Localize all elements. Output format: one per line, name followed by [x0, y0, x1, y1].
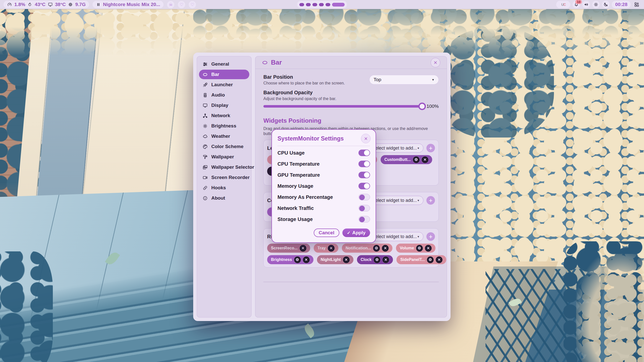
sidebar-item-brightness[interactable]: Brightness — [199, 121, 249, 131]
close-icon — [384, 257, 387, 262]
grid-plus-icon — [634, 2, 639, 7]
opacity-slider-thumb[interactable] — [418, 103, 426, 110]
skull-button[interactable] — [167, 1, 174, 8]
memory-value: 9.7G — [75, 2, 86, 7]
sidebar-item-network[interactable]: Network — [199, 111, 249, 120]
add-widget-dropdown[interactable]: Select widget to add... — [369, 232, 423, 241]
toggle-row-cpu-temperature: CPU Temperature — [277, 160, 370, 168]
widget-chip-screenrecorder[interactable]: ScreenReco... — [267, 244, 310, 253]
gauge-icon — [7, 2, 12, 7]
sidebar-item-about[interactable]: About — [199, 193, 249, 203]
page-title: Bar — [271, 59, 282, 66]
add-widget-placeholder: Select widget to add... — [372, 234, 417, 239]
apply-button[interactable]: Apply — [342, 229, 370, 237]
sidebar-item-weather[interactable]: Weather — [199, 131, 249, 141]
workspace-active-pill[interactable] — [332, 3, 345, 7]
widget-chip-sidepanel[interactable]: SidePanelT... — [396, 255, 446, 264]
widget-settings-button[interactable] — [373, 245, 380, 252]
widget-remove-button[interactable] — [300, 245, 306, 252]
gear-icon — [415, 157, 418, 162]
widget-remove-button[interactable] — [436, 256, 442, 263]
add-widget-button[interactable] — [426, 232, 435, 241]
tray-app-button[interactable]: UC — [556, 1, 570, 8]
cancel-button[interactable]: Cancel — [314, 229, 339, 237]
workspace-dot[interactable] — [326, 3, 330, 6]
system-stats-pill[interactable]: 1.8% 43°C 38°C 9.7G — [4, 1, 89, 8]
volume-button[interactable] — [582, 1, 590, 8]
dialog-close-button[interactable] — [361, 134, 371, 143]
sidebar-item-label: Display — [211, 103, 228, 108]
widget-settings-button[interactable] — [416, 245, 423, 252]
sidebar-item-wallpaper-selector[interactable]: Wallpaper Selector — [199, 162, 249, 172]
sidebar-item-launcher[interactable]: Launcher — [199, 80, 249, 89]
widget-settings-button[interactable] — [294, 256, 301, 263]
toggle-label: CPU Temperature — [277, 161, 319, 167]
widget-chip-clock[interactable]: Clock — [357, 255, 393, 264]
sidebar-item-bar[interactable]: Bar — [199, 70, 249, 79]
cloud-icon — [203, 134, 208, 139]
sidebar-item-screen-recorder[interactable]: Screen Recorder — [199, 173, 249, 182]
add-widget-dropdown[interactable]: Select widget to add... — [369, 144, 423, 153]
sidebar-item-hooks[interactable]: Hooks — [199, 183, 249, 193]
workspace-dot[interactable] — [319, 3, 324, 6]
widget-chip-tray[interactable]: Tray — [314, 244, 338, 253]
widget-settings-button[interactable] — [413, 156, 420, 163]
heart-button[interactable] — [189, 1, 196, 8]
widget-remove-button[interactable] — [343, 256, 350, 263]
workspace-dot[interactable] — [312, 3, 317, 6]
window-close-button[interactable] — [431, 58, 440, 67]
toggle-label: Storage Usage — [277, 216, 313, 222]
brightness-button[interactable] — [592, 1, 600, 8]
chevron-down-icon — [417, 199, 420, 202]
night-light-button[interactable] — [602, 1, 610, 8]
add-widget-button[interactable] — [426, 144, 435, 152]
opacity-slider[interactable] — [263, 105, 422, 108]
notifications-button[interactable]: 10 — [573, 1, 580, 8]
workspace-indicator[interactable] — [297, 1, 347, 8]
add-widget-button[interactable] — [426, 196, 435, 205]
bar-position-dropdown[interactable]: Top — [369, 75, 439, 84]
cpu-usage-toggle[interactable] — [358, 150, 370, 156]
sidebar-item-wallpaper[interactable]: Wallpaper — [199, 152, 249, 162]
heart-button[interactable] — [178, 1, 185, 8]
widget-settings-button[interactable] — [374, 256, 380, 263]
overview-button[interactable] — [633, 1, 640, 8]
heart-icon — [190, 2, 194, 7]
widget-chip-volume[interactable]: Volume — [396, 244, 435, 253]
widget-remove-button[interactable] — [382, 245, 389, 252]
widget-remove-button[interactable] — [382, 256, 389, 263]
add-widget-dropdown[interactable]: Select widget to add... — [369, 196, 423, 205]
clock[interactable]: 00:28 — [612, 1, 631, 8]
network-traffic-toggle[interactable] — [358, 205, 370, 211]
widget-remove-button[interactable] — [425, 245, 432, 252]
sidebar-item-general[interactable]: General — [199, 59, 249, 69]
storage-usage-toggle[interactable] — [358, 216, 370, 222]
sidebar-item-audio[interactable]: Audio — [199, 90, 249, 100]
widget-remove-button[interactable] — [422, 156, 428, 163]
sidebar-item-color-scheme[interactable]: Color Scheme — [199, 142, 249, 151]
workspace-dot[interactable] — [306, 3, 311, 6]
background-opacity-label: Background Opacity — [263, 89, 439, 96]
widget-chip-custombutton[interactable]: CustomButt... — [381, 155, 432, 164]
widget-remove-button[interactable] — [328, 245, 335, 252]
media-player-pill[interactable]: Nightcore Music Mix 20... — [93, 1, 164, 8]
gear-icon — [375, 246, 378, 250]
widget-chip-notifications[interactable]: Notification... — [342, 244, 392, 253]
cpu-temperature-toggle[interactable] — [358, 161, 370, 167]
memory-usage-toggle[interactable] — [358, 183, 370, 189]
widget-chip-label: Notification... — [346, 246, 371, 250]
widget-settings-button[interactable] — [427, 256, 434, 263]
gpu-temp-value: 38°C — [55, 2, 66, 7]
widget-remove-button[interactable] — [303, 256, 310, 263]
gear-icon — [418, 246, 421, 250]
memory-as-percentage-toggle[interactable] — [358, 194, 370, 200]
widget-chip-label: ScreenReco... — [271, 246, 298, 250]
close-icon — [302, 246, 304, 251]
close-icon — [384, 246, 387, 251]
page-header: Bar — [255, 56, 447, 69]
widget-chip-nightlight[interactable]: NightLight — [317, 255, 353, 264]
sidebar-item-display[interactable]: Display — [199, 101, 249, 110]
widget-chip-brightness[interactable]: Brightness — [267, 255, 313, 264]
workspace-dot[interactable] — [299, 3, 304, 6]
gpu-temperature-toggle[interactable] — [358, 172, 370, 178]
